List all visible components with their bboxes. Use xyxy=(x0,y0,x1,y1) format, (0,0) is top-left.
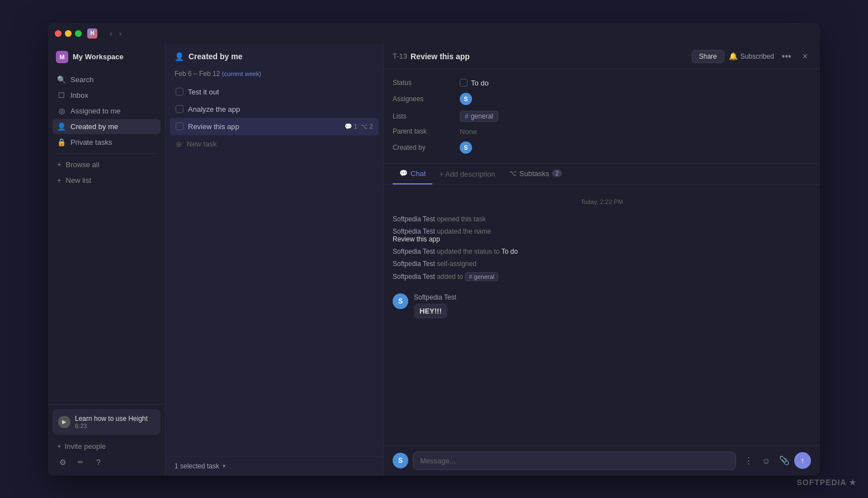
task-meta-3: 💬 1 ⌥ 2 xyxy=(345,123,373,130)
main-content: M My Workspace 🔍 Search ☐ Inbox ◎ Assign… xyxy=(48,44,820,476)
send-button[interactable]: ↑ xyxy=(794,452,811,469)
sidebar-item-created[interactable]: 👤 Created by me xyxy=(53,119,161,134)
close-traffic-light[interactable] xyxy=(55,30,62,37)
traffic-lights xyxy=(55,30,82,37)
status-value[interactable]: To do xyxy=(460,79,489,87)
subtasks-count-badge: 2 xyxy=(552,169,562,177)
maximize-traffic-light[interactable] xyxy=(75,30,82,37)
settings-button[interactable]: ⚙ xyxy=(55,454,70,470)
activity-action-2: updated the name xyxy=(437,227,491,235)
plus-icon-list: + xyxy=(57,176,62,184)
app-window: H ‹ › M My Workspace 🔍 Search ☐ Inbox xyxy=(48,23,820,476)
subtask-count-badge: ⌥ 2 xyxy=(361,123,373,130)
activity-actor-1: Softpedia Test xyxy=(393,215,435,223)
parent-task-none: None xyxy=(460,127,477,136)
list-badge[interactable]: # general xyxy=(460,111,498,122)
minimize-traffic-light[interactable] xyxy=(65,30,72,37)
workspace-avatar: M xyxy=(56,51,68,63)
middle-title: Created by me xyxy=(188,52,242,61)
emoji-button[interactable]: ☺ xyxy=(758,453,774,468)
tab-chat[interactable]: 💬 Chat xyxy=(393,164,432,184)
sidebar-bottom: ▶ Learn how to use Height 6:23 + Invite … xyxy=(48,404,165,476)
middle-header-icon: 👤 xyxy=(174,52,184,61)
learn-title: Learn how to use Height xyxy=(75,415,155,423)
task-id-title: T-13 Review this app xyxy=(393,52,470,61)
chat-input-area: S ⋮ ☺ 📎 ↑ xyxy=(384,445,820,476)
learn-card[interactable]: ▶ Learn how to use Height 6:23 xyxy=(53,409,161,435)
inbox-icon: ☐ xyxy=(57,91,66,99)
nav-back-button[interactable]: ‹ xyxy=(107,28,115,39)
activity-item-2: Softpedia Test updated the name Review t… xyxy=(393,226,811,244)
more-options-button[interactable]: ••• xyxy=(779,50,795,63)
activity-highlight-3: To do xyxy=(502,248,518,255)
workspace-name: My Workspace xyxy=(73,53,124,61)
new-task-label: New task xyxy=(187,140,216,148)
learn-text: Learn how to use Height 6:23 xyxy=(75,415,155,429)
middle-header: 👤 Created by me xyxy=(166,44,383,65)
subtasks-label: Subtasks xyxy=(520,169,549,178)
sidebar-item-assigned[interactable]: ◎ Assigned to me xyxy=(53,103,161,118)
dropdown-arrow-icon[interactable]: ▾ xyxy=(223,463,225,469)
task-checkbox-1[interactable] xyxy=(176,88,183,96)
task-checkbox-2[interactable] xyxy=(176,105,183,113)
list-name: general xyxy=(471,112,493,120)
sidebar-item-inbox[interactable]: ☐ Inbox xyxy=(53,88,161,103)
nav-forward-button[interactable]: › xyxy=(117,28,124,39)
tab-subtasks[interactable]: ⌥ Subtasks 2 xyxy=(502,164,569,184)
invite-people[interactable]: + Invite people xyxy=(53,439,161,453)
date-range-text: Feb 6 – Feb 12 xyxy=(174,70,220,78)
status-checkbox[interactable] xyxy=(460,79,468,87)
sidebar-browse-all[interactable]: + Browse all xyxy=(53,157,161,172)
sidebar-assigned-label: Assigned to me xyxy=(70,107,121,115)
compose-button[interactable]: ✏ xyxy=(73,454,88,470)
chat-count-badge: 💬 1 xyxy=(345,123,357,130)
search-icon: 🔍 xyxy=(57,75,66,84)
activity-actor-2: Softpedia Test xyxy=(393,227,435,235)
share-button[interactable]: Share xyxy=(692,50,724,63)
created-by-label: Created by xyxy=(393,144,460,151)
attachment-button[interactable]: 📎 xyxy=(776,453,792,468)
task-item-1[interactable]: Test it out xyxy=(170,83,379,101)
assignee-avatar: S xyxy=(460,93,472,105)
sidebar-item-search[interactable]: 🔍 Search xyxy=(53,72,161,87)
input-more-button[interactable]: ⋮ xyxy=(740,453,756,468)
activity-action-4: self-assigned xyxy=(437,260,477,268)
sidebar-item-private[interactable]: 🔒 Private tasks xyxy=(53,135,161,150)
sidebar-new-list[interactable]: + New list xyxy=(53,173,161,188)
task-checkbox-3[interactable] xyxy=(176,122,183,130)
parent-task-label: Parent task xyxy=(393,127,460,135)
assignees-label: Assignees xyxy=(393,95,460,103)
activity-action-3: updated the status to xyxy=(437,248,501,255)
sidebar-search-label: Search xyxy=(70,75,93,84)
task-header-actions: Share 🔔 Subscribed ••• × xyxy=(692,50,811,63)
help-button[interactable]: ? xyxy=(91,454,106,470)
activity-action-5: added to xyxy=(437,273,465,281)
new-task-row[interactable]: ⊕ New task xyxy=(170,135,379,153)
tab-add-description[interactable]: + Add description xyxy=(432,164,502,184)
middle-footer: 1 selected task ▾ xyxy=(166,456,383,476)
lists-value[interactable]: # general xyxy=(460,111,498,122)
assignees-row: Assignees S xyxy=(393,90,811,108)
assignees-value[interactable]: S xyxy=(460,93,472,105)
activity-item-5: Softpedia Test added to # general xyxy=(393,271,811,282)
invite-label: Invite people xyxy=(65,442,106,450)
parent-task-value[interactable]: None xyxy=(460,127,477,136)
task-item-3[interactable]: Review this app 💬 1 ⌥ 2 xyxy=(170,118,379,135)
message-input[interactable] xyxy=(413,452,736,470)
task-id: T-13 xyxy=(393,52,407,60)
close-task-button[interactable]: × xyxy=(799,50,811,63)
play-button[interactable]: ▶ xyxy=(58,416,70,428)
task-item-2[interactable]: Analyze the app xyxy=(170,101,379,118)
chat-message-1: S Softpedia Test HEY!!! xyxy=(393,293,811,319)
message-avatar-1: S xyxy=(393,293,408,309)
lists-label: Lists xyxy=(393,112,460,120)
subtasks-icon: ⌥ xyxy=(509,169,517,177)
subscribe-button[interactable]: 🔔 Subscribed xyxy=(729,52,774,60)
chat-area: Today, 2:22 PM Softpedia Test opened thi… xyxy=(384,185,820,445)
add-description-label: + Add description xyxy=(439,170,495,178)
task-name-3: Review this app xyxy=(188,122,340,131)
workspace-header[interactable]: M My Workspace xyxy=(48,44,165,70)
parent-task-row: Parent task None xyxy=(393,125,811,139)
browse-all-label: Browse all xyxy=(66,160,100,169)
footer-actions: ⚙ ✏ ? xyxy=(53,453,161,471)
